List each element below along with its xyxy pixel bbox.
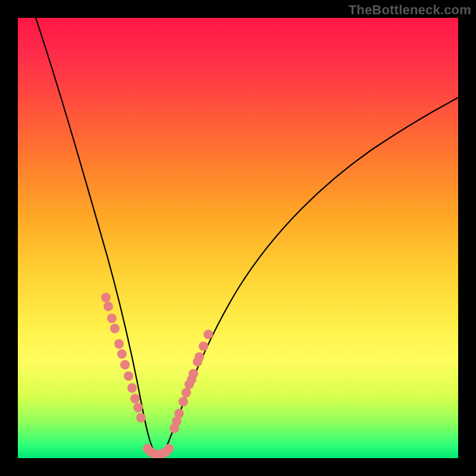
data-dot <box>164 444 174 453</box>
data-dot <box>104 302 113 311</box>
data-dot <box>114 339 124 349</box>
chart-plot-area <box>18 18 458 458</box>
data-dot <box>101 293 111 302</box>
data-dot <box>110 324 120 333</box>
chart-frame: TheBottleneck.com <box>0 0 476 476</box>
chart-svg <box>18 18 458 458</box>
watermark-text: TheBottleneck.com <box>349 2 471 18</box>
data-dot <box>203 330 213 339</box>
data-dot <box>174 409 184 418</box>
data-dot <box>130 394 140 403</box>
left-curve <box>36 18 156 455</box>
data-dot <box>189 369 198 378</box>
data-dot <box>181 388 191 397</box>
data-dot <box>195 352 204 362</box>
data-dot <box>120 360 130 369</box>
dot-cluster-right <box>170 330 213 433</box>
dot-cluster-left <box>101 293 146 422</box>
data-dot <box>127 383 137 393</box>
data-dot <box>117 349 127 359</box>
data-dot <box>107 314 117 323</box>
data-dot <box>136 413 146 422</box>
right-curve <box>163 98 458 455</box>
data-dot <box>178 397 188 406</box>
dot-cluster-bottom <box>143 444 174 458</box>
data-dot <box>124 371 133 381</box>
data-dot <box>133 403 143 412</box>
data-dot <box>199 342 208 351</box>
